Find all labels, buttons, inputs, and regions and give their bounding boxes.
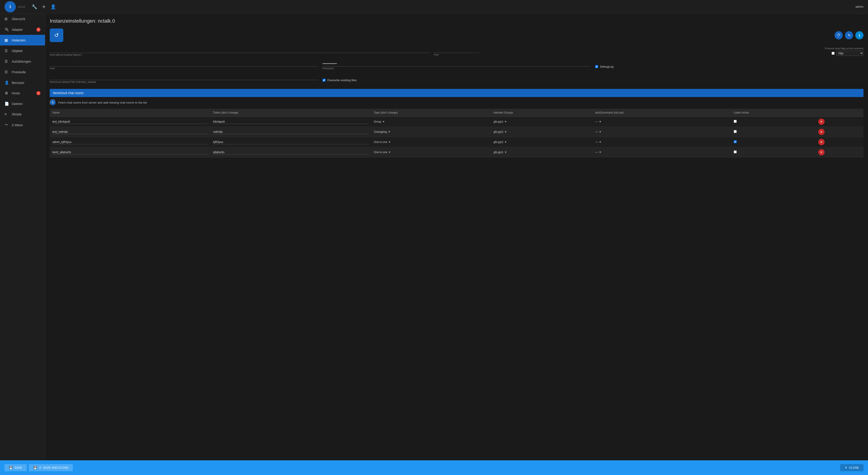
group-dropdown-icon-0[interactable]: ▼ [504, 120, 507, 123]
form-row-1: openmediavault Host without leading http… [50, 47, 864, 58]
cell-name-3 [50, 147, 211, 157]
zwave-icon: 〜 [4, 123, 9, 127]
topbar-user: admin [856, 5, 864, 8]
text2command-dropdown-icon-3[interactable]: ▼ [599, 151, 601, 154]
text2command-dropdown-icon-2[interactable]: ▼ [599, 141, 601, 144]
adapter-badge: 3 [36, 28, 40, 32]
protocol-checkbox[interactable] [832, 52, 835, 55]
sidebar-item-zwave[interactable]: 〜 Z-Wave [0, 119, 45, 130]
listen-checkbox-1[interactable] [734, 130, 737, 133]
port-input[interactable]: 80 [434, 48, 479, 53]
group-value-0: glb.grp1 [494, 120, 503, 123]
type-value-0: Group [374, 120, 381, 123]
user-input[interactable]: test [50, 61, 318, 66]
name-input-3[interactable] [53, 150, 208, 154]
group-dropdown-icon-2[interactable]: ▼ [504, 141, 507, 144]
token-input-3[interactable] [213, 150, 368, 154]
table-row: One to one ▼ glb.grp1 ▼ — ▼ ✕ [50, 147, 864, 157]
sidebar-item-hosts[interactable]: 🖥 Hosts 3 [0, 88, 45, 98]
table-body: Group ▼ glb.grp1 ▼ — ▼ ✕ [50, 117, 864, 157]
info-button[interactable]: ℹ [855, 31, 864, 39]
sidebar-item-dateien[interactable]: 📄 Dateien [0, 98, 45, 109]
save-close-label-x: ✕ [39, 466, 41, 469]
save-label: SAVE [14, 466, 22, 469]
cell-token-3 [211, 147, 371, 157]
name-input-1[interactable] [53, 130, 208, 134]
adapter-icon-symbol: ↺ [54, 32, 59, 38]
cell-group-0: glb.grp1 ▼ [491, 117, 593, 127]
wrench-icon[interactable]: 🔧 [32, 4, 37, 9]
port-field-col: 80 Port [434, 47, 479, 58]
section-header-chatrooms: Nextcloud chat rooms [50, 89, 864, 97]
cell-token-2 [211, 137, 371, 147]
topbar-icons: 🔧 ☀ 👤 [32, 4, 56, 9]
protocol-select[interactable]: http https [836, 51, 864, 56]
sidebar-item-skripte[interactable]: ≡ Skripte [0, 109, 45, 119]
listen-checkbox-0[interactable] [734, 120, 737, 123]
grid-icon: ⊞ [4, 17, 9, 21]
save-close-button[interactable]: 💾 ✕ SAVE AND CLOSE [29, 464, 73, 471]
password-input[interactable]: •••••••••••••• [322, 61, 591, 66]
text2command-dropdown-icon-0[interactable]: ▼ [599, 120, 601, 123]
delete-button-0[interactable]: ✕ [818, 119, 825, 125]
sidebar-item-benutzer[interactable]: 👤 Benutzer [0, 77, 45, 88]
token-input-0[interactable] [213, 120, 368, 124]
sidebar-label-aufzahlungen: Aufzählungen [12, 60, 31, 63]
sidebar-label-skripte: Skripte [12, 112, 22, 116]
sidebar-item-objekte[interactable]: ☰ Objekte [0, 46, 45, 56]
sidebar-item-protokolle[interactable]: ☰ Protokolle [0, 67, 45, 77]
text2command-dropdown-icon-1[interactable]: ▼ [599, 130, 601, 133]
token-input-2[interactable] [213, 140, 368, 144]
fetch-text: Fetch chat rooms from server and add mis… [58, 101, 147, 104]
log-icon: ☰ [4, 70, 9, 74]
col-text2command: text2command (not yet) [592, 109, 731, 117]
password-label: Password [322, 67, 591, 70]
cell-delete-1: ✕ [815, 127, 864, 137]
sidebar-item-adapter[interactable]: 🔌 Adapter 3 [0, 24, 45, 35]
save-button[interactable]: 💾 SAVE [4, 464, 27, 471]
objects-icon: ☰ [4, 49, 9, 53]
save-icon: 💾 [9, 466, 13, 469]
type-value-3: One to one [374, 151, 387, 154]
listen-checkbox-2[interactable] [734, 140, 737, 143]
cell-token-1 [211, 127, 371, 137]
schedule-button[interactable]: ⏱ [835, 31, 843, 39]
plug-icon: 🔌 [4, 27, 9, 32]
listen-checkbox-3[interactable] [734, 150, 737, 153]
sidebar-item-instanzen[interactable]: ▦ Instanzen [0, 35, 45, 46]
token-input-1[interactable] [213, 130, 368, 134]
sidebar-item-aufzahlungen[interactable]: ☰ Aufzählungen [0, 56, 45, 67]
port-field-wrap: 80 Port [434, 47, 479, 58]
name-input-2[interactable] [53, 140, 208, 144]
group-dropdown-icon-1[interactable]: ▼ [504, 130, 507, 133]
debuglog-checkbox[interactable] [595, 65, 598, 68]
topbar-right: admin [856, 5, 864, 8]
col-listen-active: Listen Active [731, 109, 815, 117]
user-icon[interactable]: 👤 [51, 4, 56, 9]
upload-path-input[interactable]: /iobroker_up [50, 75, 318, 80]
cell-delete-2: ✕ [815, 137, 864, 147]
name-input-0[interactable] [53, 120, 208, 124]
type-dropdown-icon-0[interactable]: ▼ [382, 120, 385, 123]
cell-group-1: glb.grp2 ▼ [491, 127, 593, 137]
hosts-icon: 🖥 [4, 91, 9, 95]
type-value-1: Changelog [374, 130, 387, 133]
group-value-2: glb.grp2 [494, 141, 503, 144]
delete-button-2[interactable]: ✕ [818, 139, 825, 145]
group-dropdown-icon-3[interactable]: ▼ [504, 151, 507, 154]
host-field-col: openmediavault Host without leading http… [50, 47, 430, 58]
edit-button[interactable]: ✎ [845, 31, 853, 39]
type-dropdown-icon-3[interactable]: ▼ [388, 151, 391, 154]
host-input[interactable]: openmediavault [50, 48, 430, 53]
overwrite-checkbox[interactable] [322, 79, 326, 82]
delete-button-1[interactable]: ✕ [818, 129, 825, 135]
theme-icon[interactable]: ☀ [42, 4, 46, 9]
close-button[interactable]: ✕ CLOSE [840, 464, 864, 471]
delete-button-3[interactable]: ✕ [818, 149, 825, 155]
type-dropdown-icon-1[interactable]: ▼ [388, 130, 391, 133]
fetch-button[interactable]: ↻ [50, 99, 56, 106]
sidebar-item-ubersicht[interactable]: ⊞ Übersicht [0, 13, 45, 24]
text2command-value-3: — [595, 151, 598, 154]
main-content: Instanzeinstellungen: nctalk.0 ↺ ⏱ ✎ ℹ o… [45, 13, 868, 162]
type-dropdown-icon-2[interactable]: ▼ [388, 141, 391, 144]
